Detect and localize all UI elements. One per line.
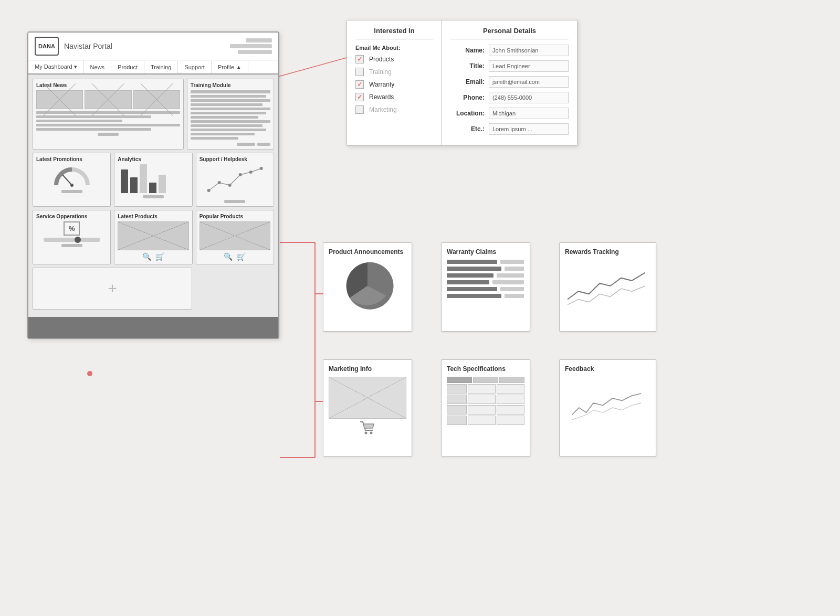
news-text [36,111,180,131]
widget-bottom [118,195,188,198]
popup-interested-in: Interested In Email Me About: ✓ Products… [347,20,442,145]
training-line [191,129,267,131]
training-lines [191,90,270,140]
portal-nav: My Dashboard ▾ News Product Training Sup… [28,60,278,75]
checkbox-marketing: Marketing [355,105,433,114]
widget-row-1: Latest News Train [33,79,274,150]
name-label: Name: [450,47,485,54]
product-image-1 [118,221,188,250]
nav-product[interactable]: Product [111,61,144,73]
text-line [36,115,151,118]
support-title: Support / Helpdesk [200,156,270,162]
widget-row-2: Latest Promotions [33,153,274,207]
nav-news[interactable]: News [84,61,112,73]
text-line [36,124,180,126]
portal-frame: DANA Navistar Portal My Dashboard ▾ News… [27,31,279,339]
checkbox-rewards-box[interactable]: ✓ [355,93,364,101]
cart-icon-container [329,421,406,436]
text-line [36,111,180,114]
feedback-chart-svg [565,377,650,429]
news-img-3 [133,90,180,109]
widget-training: Training Module [187,79,274,150]
marketing-info-section: Marketing Info [323,359,412,456]
product-icons-1: 🔍 🛒 [118,252,188,261]
support-line-chart [200,164,270,198]
checkbox-marketing-box[interactable] [355,105,364,114]
widget-bottom [200,200,270,203]
popular-products-title: Popular Products [200,214,270,219]
header-bar-2 [230,44,272,48]
widget-bottom [36,244,107,247]
gauge-svg [51,164,93,188]
location-label: Location: [450,110,485,117]
etc-input[interactable] [489,123,569,135]
rewards-chart-svg [565,260,650,312]
training-line [191,108,270,110]
detail-location: Location: [450,108,569,119]
tech-specs-title: Tech Specifications [447,365,524,373]
title-input[interactable] [489,60,569,72]
svg-line-6 [62,175,72,185]
portal-header: DANA Navistar Portal [28,33,278,60]
slider-track [44,238,100,242]
email-input[interactable] [489,76,569,88]
header-bar-3 [238,50,272,54]
bar [140,164,147,193]
training-line [191,99,270,102]
cart-icon-2[interactable]: 🛒 [237,252,246,261]
phone-input[interactable] [489,92,569,103]
pie-chart-svg [341,260,394,312]
checkbox-warranty-label: Warranty [369,81,394,88]
bottom-bar [61,244,82,247]
nav-dashboard[interactable]: My Dashboard ▾ [28,60,84,73]
percent-box: % [64,221,80,236]
training-bar-sm2 [257,143,270,146]
widget-bottom [36,133,180,136]
slider-thumb [75,237,81,243]
warranty-claims-title: Warranty Claims [447,248,524,256]
training-line [191,116,258,119]
training-line [191,137,238,140]
search-icon-2[interactable]: 🔍 [224,252,233,261]
training-title: Training Module [191,82,270,88]
product-announcements-section: Product Announcements [323,242,412,332]
bottom-bar [224,200,245,203]
tech-specs-section: Tech Specifications [441,359,530,456]
plus-icon: + [108,280,117,298]
nav-profile[interactable]: Profile ▲ [212,61,248,73]
checkbox-warranty-box[interactable]: ✓ [355,80,364,89]
news-img-1 [36,90,83,109]
personal-details-title: Personal Details [450,27,569,39]
svg-point-15 [370,432,373,434]
bar [159,175,166,193]
svg-point-9 [217,181,220,184]
search-icon[interactable]: 🔍 [142,252,151,261]
widget-row-4: + [33,268,274,310]
nav-training[interactable]: Training [144,61,178,73]
training-line [191,112,267,114]
profile-popup: Interested In Email Me About: ✓ Products… [346,20,578,146]
checkbox-products-box[interactable]: ✓ [355,55,364,63]
nav-support[interactable]: Support [178,61,212,73]
checkbox-warranty: ✓ Warranty [355,80,433,89]
checkbox-training-box[interactable] [355,68,364,76]
news-img-2 [85,90,131,109]
checkmark-rewards: ✓ [357,93,362,101]
latest-products-title: Latest Products [118,214,188,219]
detail-phone: Phone: [450,92,569,103]
add-widget-button[interactable]: + [33,268,192,310]
widget-promotions: Latest Promotions [33,153,111,207]
checkbox-training: Training [355,68,433,76]
location-input[interactable] [489,108,569,119]
marketing-info-title: Marketing Info [329,365,406,373]
header-bars [230,38,272,54]
pie-container [329,260,406,312]
portal-content: Latest News Train [28,75,278,317]
cart-icon[interactable]: 🛒 [155,252,164,261]
name-input[interactable] [489,45,569,56]
promotions-title: Latest Promotions [36,156,107,162]
bar [149,183,156,193]
shopping-cart-icon [359,421,376,436]
percent-display: % [36,221,107,242]
svg-point-11 [238,173,242,176]
